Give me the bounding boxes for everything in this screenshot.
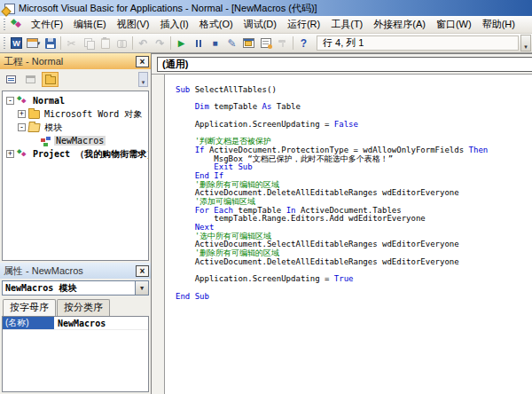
code-combo-row: (通用) (152, 54, 532, 74)
object-dropdown[interactable]: (通用) (157, 57, 532, 72)
close-icon[interactable]: × (136, 56, 149, 67)
run-icon (178, 38, 185, 48)
vb-app-icon (3, 3, 15, 14)
design-mode-button[interactable] (223, 35, 240, 51)
properties-window-button[interactable] (257, 35, 274, 51)
code-line: tempTable.Range.Editors.Add wdEditorEver… (176, 215, 532, 224)
properties-tabs: 按字母序按分类序 (0, 296, 151, 316)
save-icon (45, 38, 56, 49)
code-line: ActiveDocument.DeleteAllEditableRanges w… (176, 258, 532, 267)
toolbox-icon (278, 38, 288, 48)
tree-item-microsoft-word-objects[interactable]: +Microsoft Word 对象 (3, 107, 148, 121)
code-window: (通用) Sub SelectAllTables() Dim tempTable… (151, 53, 532, 394)
paste-button[interactable] (97, 35, 113, 51)
copy-button[interactable] (80, 35, 97, 51)
left-dock: 工程 - Normal × ▾ -Normal+Microsoft Word 对… (0, 53, 151, 394)
object-selector-dropdown[interactable]: NewMacros 模块 ▼ (2, 280, 149, 296)
toolbar-grip[interactable] (3, 37, 5, 50)
undo-button[interactable] (135, 35, 152, 51)
vbe-window: Microsoft Visual Basic for Applications … (0, 0, 532, 394)
project-explorer-titlebar[interactable]: 工程 - Normal × (0, 53, 151, 69)
properties-grid: (名称)NewMacros (2, 316, 149, 392)
expand-icon[interactable]: + (6, 150, 14, 158)
properties-window: 属性 - NewMacros × NewMacros 模块 ▼ 按字母序按分类序… (0, 263, 151, 394)
toolbar-separator (170, 36, 171, 50)
workspace: 工程 - Normal × ▾ -Normal+Microsoft Word 对… (0, 53, 532, 394)
view-object-button[interactable] (22, 72, 39, 87)
find-button[interactable] (113, 35, 130, 51)
tree-item-normal-project[interactable]: -Normal (3, 94, 148, 107)
redo-button[interactable] (152, 35, 168, 51)
menu-edit[interactable]: 编辑(E) (68, 15, 112, 34)
reset-icon (212, 38, 217, 48)
menu-add-ins[interactable]: 外接程序(A) (368, 15, 431, 34)
property-value[interactable]: NewMacros (54, 319, 109, 328)
menu-insert[interactable]: 插入(I) (154, 15, 193, 34)
toolbar-separator (60, 36, 61, 50)
collapse-icon[interactable]: - (6, 97, 14, 105)
toolbox-button[interactable] (274, 35, 291, 51)
property-row[interactable]: (名称)NewMacros (3, 317, 148, 330)
menu-format[interactable]: 格式(O) (194, 15, 239, 34)
copy-icon (83, 38, 94, 49)
object-dropdown-value: (通用) (162, 58, 188, 71)
project-explorer-button[interactable] (240, 35, 257, 51)
tab-alphabetic[interactable]: 按字母序 (3, 299, 56, 316)
properties-titlebar[interactable]: 属性 - NewMacros × (0, 263, 151, 279)
code-line (176, 284, 532, 293)
code-line: Application.ScreenUpdating = False (176, 121, 532, 130)
object-selector-value: NewMacros 模块 (5, 282, 76, 295)
userform-icon (27, 38, 38, 48)
menu-help[interactable]: 帮助(H) (477, 15, 520, 34)
break-button[interactable] (190, 35, 207, 51)
view-code-button[interactable] (3, 72, 20, 87)
insert-userform-button[interactable]: ▾ (25, 35, 42, 51)
vba-project-icon (17, 149, 28, 159)
chevron-down-icon[interactable]: ▼ (135, 281, 148, 295)
collapse-icon[interactable]: - (18, 123, 26, 131)
code-editor[interactable]: Sub SelectAllTables() Dim tempTable As T… (152, 74, 532, 394)
project-explorer: 工程 - Normal × ▾ -Normal+Microsoft Word 对… (0, 53, 151, 263)
reset-button[interactable] (207, 35, 223, 51)
menu-debug[interactable]: 调试(D) (239, 15, 282, 34)
titlebar: Microsoft Visual Basic for Applications … (0, 0, 532, 16)
undo-icon (138, 37, 147, 50)
tree-item-label: NewMacros (54, 136, 106, 146)
tree-item-newmacros-module[interactable]: NewMacros (3, 134, 148, 147)
run-macro-button[interactable] (173, 35, 190, 51)
code-line: Sub SelectAllTables() (176, 86, 532, 95)
menu-window[interactable]: 窗口(W) (431, 15, 477, 34)
tab-categorized[interactable]: 按分类序 (57, 299, 110, 316)
tree-item-label: Microsoft Word 对象 (43, 108, 144, 121)
code-margin-indicator-bar (152, 75, 165, 394)
view-microsoft-word-button[interactable] (8, 35, 25, 51)
tree-item-modules-folder[interactable]: -模块 (3, 121, 148, 134)
toggle-folders-button[interactable] (42, 72, 59, 87)
cut-button[interactable] (63, 35, 80, 51)
module-icon (40, 137, 51, 146)
folder-open-icon (27, 123, 40, 132)
panel-overflow-button[interactable]: ▾ (138, 72, 148, 87)
menu-view[interactable]: 视图(V) (112, 15, 155, 34)
pt-object-icon (26, 75, 35, 83)
toolbar-overflow-button[interactable]: ▾ (520, 35, 531, 51)
project-explorer-title: 工程 - Normal (4, 55, 63, 68)
expand-icon[interactable]: + (18, 110, 26, 118)
menu-file[interactable]: 文件(F) (26, 15, 68, 34)
tree-item-project-shopping[interactable]: +Project （我的购物街需求） (3, 147, 148, 161)
help-icon (301, 37, 307, 50)
help-button[interactable] (295, 35, 312, 51)
save-button[interactable] (42, 35, 59, 51)
menu-tools[interactable]: 工具(T) (325, 15, 368, 34)
project-win-icon (243, 38, 254, 48)
property-name: (名称) (3, 317, 54, 329)
close-icon[interactable]: × (136, 265, 149, 277)
toolbar: ▾ 行 4, 列 1 ▾ (0, 34, 532, 53)
tree-item-label: Project （我的购物街需求） (31, 148, 149, 161)
cut-icon (66, 37, 75, 50)
window-title: Microsoft Visual Basic for Applications … (19, 2, 317, 15)
tree-item-label: Normal (31, 96, 66, 106)
menubar-grip[interactable] (3, 19, 5, 31)
cursor-position-indicator: 行 4, 列 1 (317, 35, 519, 51)
menu-run[interactable]: 运行(R) (282, 15, 325, 34)
